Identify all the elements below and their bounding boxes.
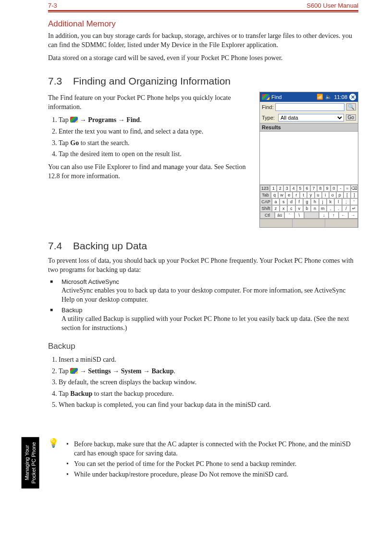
ppc-results-area [260,132,358,184]
step-backup-5: When backup is completed, you can find y… [59,400,358,410]
lightbulb-icon: 💡 [48,438,59,481]
kbd-key[interactable]: ← [339,212,348,219]
steps-backup: Insert a miniSD card. Tap → Settings → S… [48,355,358,410]
kbd-key[interactable]: o [329,192,336,198]
heading-7-3-number: 7.3 [48,75,73,87]
ppc-close-icon[interactable]: ✕ [349,94,356,100]
ppc-titlebar: Find 📶 🔈 11:08 ✕ [260,92,358,102]
kbd-key[interactable]: f [295,198,303,205]
kbd-key[interactable] [304,212,319,219]
kbd-key[interactable]: b [303,205,311,212]
kbd-key[interactable]: l [334,198,342,205]
kbd-key[interactable]: s [280,198,287,205]
kbd-key[interactable]: h [311,198,318,205]
para-additional-memory-2: Data stored on a storage card will be sa… [48,54,358,63]
ppc-find-input[interactable] [275,103,344,111]
kbd-key[interactable]: ↑ [329,212,338,219]
tip-3: While under backup/restore procedure, pl… [63,470,358,479]
kbd-key[interactable]: k [327,198,334,205]
ppc-start-icon [262,94,270,100]
kbd-key[interactable]: z [272,205,280,212]
ppc-signal-icon: 📶 [317,94,323,100]
kbd-key[interactable]: 3 [283,185,290,192]
kbd-key[interactable]: d [287,198,295,205]
kbd-key[interactable]: ` [284,212,294,219]
kbd-key[interactable]: e [285,192,293,198]
kbd-key[interactable]: 6 [304,185,310,192]
kbd-key[interactable]: t [300,192,307,198]
kbd-key[interactable]: [ [343,192,351,198]
ppc-status-bar [260,219,358,227]
kbd-key[interactable]: 4 [290,185,297,192]
step-backup-4: Tap Backup to start the backup procedure… [59,389,358,399]
kbd-key[interactable]: r [293,192,300,198]
kbd-key[interactable]: p [336,192,343,198]
kbd-key[interactable]: \ [294,212,304,219]
kbd-key[interactable]: , [327,205,334,212]
step-7-3-2: Enter the text you want to find, and sel… [59,127,252,136]
kbd-key[interactable]: v [295,205,303,212]
kbd-key[interactable]: = [344,185,351,192]
kbd-key[interactable]: 1 [270,185,277,192]
kbd-key[interactable]: a [272,198,280,205]
para-7-3-intro: The Find feature on your Pocket PC Phone… [48,94,252,112]
kbd-key[interactable]: c [287,205,295,212]
kbd-key[interactable]: CAP [260,198,272,205]
kbd-key[interactable]: 0 [331,185,337,192]
step-7-3-1: Tap → Programs → Find. [59,115,252,125]
chapter-side-tab: Managing YourPocket PC Phone [22,437,39,489]
ppc-speaker-icon: 🔈 [325,94,332,100]
kbd-key[interactable]: Shift [260,205,272,212]
bullet-activesync: Microsoft ActiveSync ActiveSync enables … [48,278,358,305]
kbd-key[interactable]: ' [350,198,358,205]
steps-7-3: Tap → Programs → Find. Enter the text yo… [48,115,252,159]
bullets-7-4: Microsoft ActiveSync ActiveSync enables … [48,278,358,333]
bullet-backup: Backup A utility called Backup is suppli… [48,306,358,333]
kbd-key[interactable]: - [337,185,344,192]
tip-2: You can set the period of time for the P… [63,460,358,469]
kbd-key[interactable]: ⌫ [351,185,358,192]
kbd-key[interactable]: 5 [297,185,304,192]
para-additional-memory-1: In addition, you can buy storage cards f… [48,32,358,50]
kbd-key[interactable]: x [280,205,287,212]
kbd-key[interactable]: 123 [260,185,270,192]
kbd-key[interactable]: 2 [277,185,283,192]
kbd-key[interactable]: / [342,205,350,212]
kbd-key[interactable]: → [348,212,358,219]
kbd-key[interactable]: ] [351,192,358,198]
kbd-key[interactable]: y [307,192,314,198]
ppc-title-text: Find [271,94,282,100]
ppc-search-icon[interactable]: 🔍 [346,103,356,110]
kbd-key[interactable]: 8 [317,185,324,192]
kbd-key[interactable]: ↓ [319,212,329,219]
ppc-clock: 11:08 [334,94,347,100]
kbd-key[interactable]: 7 [310,185,317,192]
para-7-4-intro: To prevent loss of data, you should back… [48,257,358,275]
kbd-key[interactable]: Tab [260,192,271,198]
kbd-key[interactable]: 9 [324,185,331,192]
kbd-key[interactable]: g [303,198,311,205]
heading-7-3-title: Finding and Organizing Information [73,75,231,86]
kbd-key[interactable]: w [278,192,285,198]
page-number: 7-3 [48,2,57,9]
step-backup-1: Insert a miniSD card. [59,355,358,365]
ppc-go-button[interactable]: Go [346,114,356,121]
kbd-key[interactable]: m [319,205,327,212]
heading-7-4-title: Backing up Data [73,240,147,251]
ppc-keyboard[interactable]: 1231234567890-=⌫ Tabqwertyuiop[] CAPasdf… [260,184,358,219]
kbd-key[interactable]: . [334,205,342,212]
kbd-key[interactable]: u [315,192,322,198]
heading-7-3: 7.3Finding and Organizing Information [48,75,358,87]
para-7-3-outro: You can also use File Explorer to find a… [48,163,252,181]
kbd-key[interactable]: Ctl [260,212,275,219]
kbd-key[interactable]: i [322,192,329,198]
ppc-type-select[interactable]: All data [278,114,344,122]
tip-1: Before backup, make sure that the AC ada… [63,440,358,458]
step-7-3-3: Tap Go to start the search. [59,138,252,148]
kbd-key[interactable]: ; [342,198,350,205]
kbd-key[interactable]: j [319,198,327,205]
kbd-key[interactable]: q [271,192,278,198]
kbd-key[interactable]: áü [275,212,284,219]
kbd-key[interactable]: ↵ [350,205,358,212]
kbd-key[interactable]: n [311,205,318,212]
